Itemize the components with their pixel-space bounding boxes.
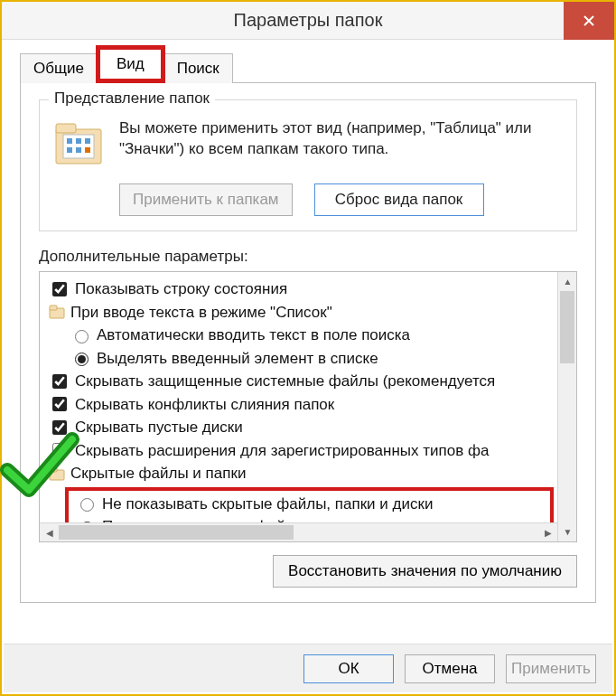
folder-views-description: Вы можете применить этот вид (например, … [119,118,562,167]
scroll-thumb-v[interactable] [560,291,574,363]
horizontal-scrollbar[interactable]: ◀ ▶ [40,522,557,541]
svg-rect-10 [85,147,90,153]
svg-rect-9 [76,147,81,153]
svg-rect-12 [50,306,57,310]
dialog-footer: ОК Отмена Применить [4,644,612,692]
ok-button[interactable]: ОК [303,654,394,683]
item-label: Скрытые файлы и папки [70,462,246,485]
scroll-track-v[interactable] [558,291,576,522]
svg-rect-4 [63,135,94,158]
restore-defaults-button[interactable]: Восстановить значения по умолчанию [273,555,577,588]
folder-views-title: Представление папок [49,89,215,108]
svg-rect-14 [50,467,57,472]
scroll-left-button[interactable]: ◀ [40,523,59,542]
close-icon [583,14,595,27]
checkbox-hide-empty-drives[interactable] [52,420,67,435]
tab-panel-view: Представление папок Вы можете применить … [20,82,596,603]
list-item[interactable]: Выделять введенный элемент в списке [49,347,554,371]
list-item[interactable]: Скрывать расширения для зарегистрированн… [49,439,554,463]
list-item[interactable]: Не показывать скрытые файлы, папки и дис… [70,493,548,516]
tab-strip: Общие Вид Поиск [20,47,596,83]
item-label: При вводе текста в режиме "Список" [70,301,332,324]
scroll-right-button[interactable]: ▶ [538,523,557,542]
checkbox-hide-extensions[interactable] [52,443,67,457]
close-button[interactable] [564,2,614,40]
reset-folders-button[interactable]: Сброс вида папок [314,183,484,216]
title-bar: Параметры папок [2,2,614,40]
folder-icon [54,118,103,167]
dialog-window: Параметры папок Общие Вид Поиск Представ… [0,0,616,696]
tab-view[interactable]: Вид [96,45,165,83]
svg-rect-7 [85,138,90,144]
item-label: Выделять введенный элемент в списке [97,347,378,371]
folder-views-group: Представление папок Вы можете применить … [39,99,577,231]
item-label: Скрывать расширения для зарегистрированн… [75,439,489,463]
folder-mini-icon [49,305,65,319]
list-item: При вводе текста в режиме "Список" [49,301,554,324]
checkbox-hide-protected[interactable] [52,374,67,389]
item-label: Скрывать пустые диски [75,416,243,439]
list-item: Скрытые файлы и папки [49,462,554,485]
checkbox-hide-merge[interactable] [52,397,67,411]
advanced-settings-list: Показывать строку состояния При вводе те… [39,271,577,542]
scroll-down-button[interactable]: ▼ [558,522,577,541]
list-item[interactable]: Автоматически вводить текст в поле поиск… [49,324,554,347]
dialog-body: Общие Вид Поиск Представление папок [2,40,614,603]
item-label: Показывать строку состояния [75,277,287,301]
folder-mini-icon [49,466,65,481]
window-title: Параметры папок [234,10,383,31]
svg-rect-8 [67,147,72,153]
svg-rect-6 [76,138,81,144]
item-label: Автоматически вводить текст в поле поиск… [97,324,410,347]
cancel-button[interactable]: Отмена [405,654,495,683]
svg-rect-5 [67,138,72,144]
radio-auto-type[interactable] [75,330,89,343]
item-label: Скрывать защищенные системные файлы (рек… [75,370,495,393]
advanced-settings-label: Дополнительные параметры: [39,248,577,266]
radio-dont-show-hidden[interactable] [80,498,94,512]
list-content: Показывать строку состояния При вводе те… [40,272,557,541]
list-item[interactable]: Скрывать защищенные системные файлы (рек… [49,370,554,393]
apply-button: Применить [506,654,596,683]
item-label: Скрывать конфликты слияния папок [75,393,334,417]
list-item[interactable]: Скрывать конфликты слияния папок [49,393,554,417]
apply-to-folders-button: Применить к папкам [119,183,293,216]
list-item[interactable]: Скрывать пустые диски [49,416,554,439]
scroll-thumb-h[interactable] [59,525,294,540]
list-item[interactable]: Показывать строку состояния [49,277,554,301]
scroll-up-button[interactable]: ▲ [558,272,577,291]
svg-rect-3 [56,124,76,133]
checkbox-status-bar[interactable] [52,282,67,296]
item-label: Не показывать скрытые файлы, папки и дис… [102,493,433,516]
radio-select-typed[interactable] [75,353,89,366]
scroll-track-h[interactable] [59,523,538,541]
vertical-scrollbar[interactable]: ▲ ▼ [557,272,576,541]
tab-general[interactable]: Общие [20,53,98,83]
tab-search[interactable]: Поиск [163,53,233,83]
